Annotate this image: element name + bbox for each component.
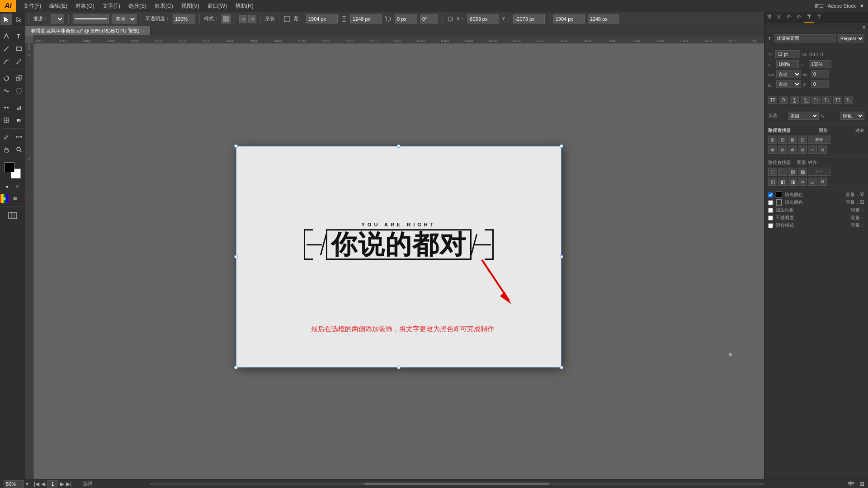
panel-tab-appearance1[interactable]: 外: [784, 12, 794, 23]
fill-toggle[interactable]: ■: [3, 182, 12, 191]
graph-tool[interactable]: [13, 102, 25, 113]
pf-btn3[interactable]: ▤: [788, 168, 797, 176]
color-btn[interactable]: ◉: [0, 194, 9, 203]
panel-tab-char1[interactable]: 字: [804, 12, 814, 23]
expand2-btn[interactable]: 展开: [808, 168, 830, 176]
height-input[interactable]: [350, 14, 382, 23]
mesh-tool[interactable]: [0, 114, 12, 126]
direct-select-tool[interactable]: [13, 14, 25, 25]
zh-btn[interactable]: 中: [848, 480, 854, 488]
opacity-input[interactable]: [173, 14, 195, 23]
panel-collapse-btn[interactable]: ≡: [863, 24, 865, 30]
intersect-btn[interactable]: ⊠: [788, 136, 797, 144]
measure-tool[interactable]: [13, 131, 25, 143]
hand-tool[interactable]: [0, 144, 12, 155]
pf-op4[interactable]: ⧈: [798, 178, 807, 186]
subscript-btn[interactable]: T↓: [822, 96, 831, 104]
zoom-down-btn[interactable]: ▾: [26, 481, 28, 487]
scale-h-input[interactable]: [776, 60, 799, 68]
document-tab[interactable]: 赛博朋克风字体合集.ai* @ 50% (RGB/GPU 预览) ×: [25, 26, 151, 36]
menu-type[interactable]: 文字(T): [99, 1, 124, 11]
pf-op5[interactable]: ◻: [808, 178, 817, 186]
allcaps-btn[interactable]: TT: [833, 96, 842, 104]
pen-tool[interactable]: [0, 30, 12, 42]
page-input[interactable]: [47, 480, 58, 488]
aa-select[interactable]: 锐化: [840, 112, 864, 120]
expand-btn[interactable]: 展开: [808, 136, 830, 144]
selection-tool[interactable]: [0, 14, 12, 25]
italic-btn[interactable]: Tr: [779, 96, 788, 104]
tab-close[interactable]: ×: [142, 28, 145, 33]
rect-tool[interactable]: [13, 43, 25, 55]
fill-checkbox[interactable]: [768, 192, 773, 197]
smallcaps-btn[interactable]: Tₛ: [844, 96, 853, 104]
menu-help[interactable]: 帮助(H): [231, 1, 257, 11]
rotate-input[interactable]: [811, 80, 829, 88]
bold-btn[interactable]: TT: [768, 96, 777, 104]
trim-btn[interactable]: ⊘: [778, 145, 787, 154]
paint-brush[interactable]: [0, 56, 12, 67]
gradient-btn[interactable]: ▦: [10, 194, 19, 203]
font-style-select[interactable]: Regular: [838, 34, 864, 42]
underline-btn[interactable]: T̲: [790, 96, 799, 104]
hscrollbar[interactable]: [149, 479, 764, 488]
menu-object[interactable]: 对象(O): [72, 1, 98, 11]
rotation-input[interactable]: [395, 14, 417, 23]
canvas-area[interactable]: YOU ARE RIGHT: [33, 43, 764, 479]
menu-effect[interactable]: 效果(C): [151, 1, 177, 11]
menu-file[interactable]: 文件(F): [20, 1, 45, 11]
menu-view[interactable]: 视图(V): [178, 1, 203, 11]
pf-op6[interactable]: ⧉: [818, 178, 827, 186]
artboard-tool[interactable]: [7, 210, 19, 221]
baseline-select[interactable]: 自动: [776, 80, 801, 88]
pf-op2[interactable]: ◧: [778, 178, 787, 186]
font-name-input[interactable]: [774, 34, 836, 42]
exclude-btn[interactable]: ⊡: [798, 136, 807, 144]
panel-tab-appearance2[interactable]: 外: [794, 12, 804, 23]
minus-front-btn[interactable]: ⊟: [778, 136, 787, 144]
opacity-checkbox[interactable]: [768, 216, 773, 221]
pf-btn4[interactable]: ▦: [798, 168, 807, 176]
last-page-btn[interactable]: ▶|: [66, 481, 71, 487]
dot-btn[interactable]: ·: [856, 480, 858, 487]
scale-v-input[interactable]: [809, 60, 831, 68]
pf-op3[interactable]: ◨: [788, 178, 797, 186]
tracking-select[interactable]: 自动: [776, 70, 801, 78]
pf-btn2[interactable]: ⬛: [778, 168, 787, 176]
panel-tab-gradient[interactable]: 渐: [774, 12, 784, 23]
frame-checkbox[interactable]: [768, 208, 773, 213]
minus-back-btn[interactable]: ⊙: [818, 145, 827, 154]
free-transform[interactable]: [13, 85, 25, 97]
stroke-checkbox[interactable]: [768, 200, 773, 205]
scale-tool[interactable]: [13, 72, 25, 84]
fg-color-swatch[interactable]: [5, 162, 14, 172]
eyedropper-tool[interactable]: [0, 131, 12, 143]
unite-btn[interactable]: ⊞: [768, 136, 777, 144]
pencil-tool[interactable]: [13, 56, 25, 67]
gradient-tool[interactable]: [13, 114, 25, 126]
stroke-toggle[interactable]: □: [13, 182, 22, 191]
angle-input[interactable]: [420, 14, 438, 23]
next-page-btn[interactable]: ▶: [60, 481, 64, 487]
menu-window[interactable]: 窗口(W): [204, 1, 231, 11]
zoom-tool[interactable]: [13, 144, 25, 155]
none-btn[interactable]: ∅: [21, 194, 25, 203]
type-tool[interactable]: T: [13, 30, 25, 42]
menu-select[interactable]: 选择(S): [125, 1, 150, 11]
x-input[interactable]: [467, 14, 499, 23]
line-tool[interactable]: [0, 43, 12, 55]
strikethrough-btn[interactable]: T͟: [801, 96, 810, 104]
base-dropdown[interactable]: 基本: [112, 14, 137, 23]
divide-btn[interactable]: ⊗: [768, 145, 777, 154]
outline-btn[interactable]: ○: [808, 145, 817, 154]
w3-input[interactable]: [553, 14, 585, 23]
zoom-input[interactable]: [4, 480, 24, 488]
warp-tool[interactable]: [0, 85, 12, 97]
prev-page-btn[interactable]: ◀: [41, 481, 45, 487]
superscript-btn[interactable]: T↑: [811, 96, 821, 104]
symbol-tool[interactable]: [0, 102, 12, 113]
menu-edit[interactable]: 编辑(E): [46, 1, 71, 11]
font-size-input[interactable]: [775, 50, 800, 58]
first-page-btn[interactable]: |◀: [34, 481, 39, 487]
merge-btn[interactable]: ⊕: [788, 145, 797, 154]
